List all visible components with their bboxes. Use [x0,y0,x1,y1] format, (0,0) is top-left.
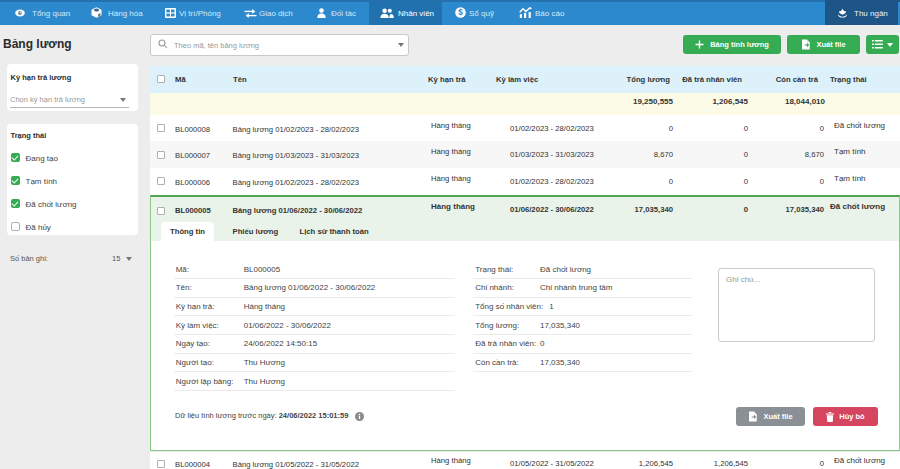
svg-text:$: $ [458,8,463,17]
